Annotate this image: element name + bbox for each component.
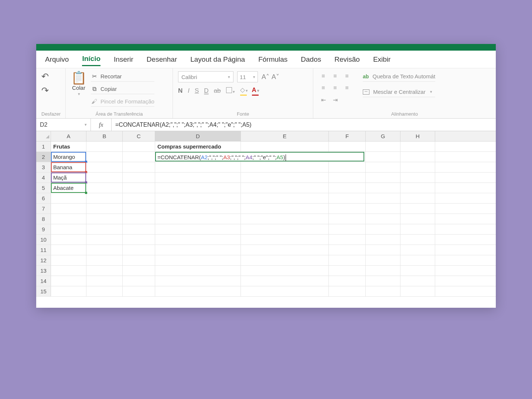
cell[interactable] bbox=[51, 286, 86, 296]
cell[interactable] bbox=[400, 224, 435, 234]
row-header[interactable]: 7 bbox=[36, 204, 51, 214]
cell[interactable] bbox=[51, 204, 86, 214]
cut-button[interactable]: ✂ Recortar bbox=[91, 71, 154, 82]
increase-indent-icon[interactable]: ⇥ bbox=[330, 95, 340, 105]
cell[interactable] bbox=[86, 152, 123, 162]
row-header[interactable]: 3 bbox=[36, 162, 51, 172]
cell[interactable] bbox=[86, 255, 123, 265]
col-header-H[interactable]: H bbox=[400, 131, 435, 141]
paste-button[interactable]: 📋 Colar ▾ bbox=[71, 71, 86, 96]
cell[interactable] bbox=[123, 224, 155, 234]
tab-formulas[interactable]: Fórmulas bbox=[258, 53, 287, 66]
cell[interactable] bbox=[123, 162, 155, 172]
cell[interactable] bbox=[241, 286, 329, 296]
cell[interactable] bbox=[51, 266, 86, 276]
row-header[interactable]: 12 bbox=[36, 255, 51, 265]
cell[interactable] bbox=[400, 235, 435, 245]
cell[interactable] bbox=[329, 141, 366, 151]
cell[interactable] bbox=[51, 245, 86, 255]
cell[interactable] bbox=[241, 204, 329, 214]
col-header-B[interactable]: B bbox=[86, 131, 123, 141]
cell[interactable] bbox=[241, 266, 329, 276]
cell[interactable] bbox=[366, 224, 400, 234]
tab-desenhar[interactable]: Desenhar bbox=[147, 53, 177, 66]
cell[interactable] bbox=[51, 214, 86, 224]
cell[interactable] bbox=[241, 245, 329, 255]
cell[interactable] bbox=[86, 276, 123, 286]
cell[interactable] bbox=[400, 266, 435, 276]
cell[interactable] bbox=[400, 173, 435, 183]
cell[interactable]: Frutas bbox=[51, 141, 86, 151]
cell[interactable] bbox=[86, 141, 123, 151]
cell[interactable] bbox=[329, 173, 366, 183]
row-header[interactable]: 14 bbox=[36, 276, 51, 286]
row-header[interactable]: 8 bbox=[36, 214, 51, 224]
redo-icon[interactable]: ↷ bbox=[41, 85, 49, 96]
cell[interactable] bbox=[51, 224, 86, 234]
cell[interactable] bbox=[400, 193, 435, 203]
cell[interactable] bbox=[123, 204, 155, 214]
cell[interactable] bbox=[86, 266, 123, 276]
row-header[interactable]: 1 bbox=[36, 141, 51, 151]
cell[interactable] bbox=[400, 183, 435, 193]
format-painter-button[interactable]: 🖌 Pincel de Formatação bbox=[91, 96, 154, 107]
row-header[interactable]: 5 bbox=[36, 183, 51, 193]
col-header-G[interactable]: G bbox=[366, 131, 400, 141]
cell[interactable] bbox=[241, 141, 329, 151]
tab-inserir[interactable]: Inserir bbox=[114, 53, 133, 66]
cell[interactable] bbox=[51, 276, 86, 286]
cell[interactable] bbox=[329, 266, 366, 276]
formula-input[interactable] bbox=[112, 119, 496, 131]
cell[interactable] bbox=[241, 162, 329, 172]
bold-button[interactable]: N bbox=[178, 87, 183, 95]
copy-button[interactable]: ⧉ Copiar bbox=[91, 84, 154, 94]
align-top-right-icon[interactable]: ≡ bbox=[342, 71, 352, 81]
align-middle-center-icon[interactable]: ≡ bbox=[330, 83, 340, 93]
fill-color-button[interactable]: ◇▾ bbox=[240, 86, 247, 96]
tab-exibir[interactable]: Exibir bbox=[373, 53, 391, 66]
cell[interactable] bbox=[86, 235, 123, 245]
cell[interactable] bbox=[366, 173, 400, 183]
cell[interactable] bbox=[155, 214, 241, 224]
cell[interactable] bbox=[123, 255, 155, 265]
cell[interactable] bbox=[241, 173, 329, 183]
col-header-A[interactable]: A bbox=[51, 131, 86, 141]
cell[interactable] bbox=[51, 255, 86, 265]
cell[interactable] bbox=[366, 162, 400, 172]
cell[interactable]: Morango bbox=[51, 152, 86, 162]
chevron-down-icon[interactable]: ▾ bbox=[78, 92, 80, 96]
cell[interactable] bbox=[329, 235, 366, 245]
chevron-down-icon[interactable]: ▾ bbox=[228, 75, 230, 79]
row-header[interactable]: 9 bbox=[36, 224, 51, 234]
row-header[interactable]: 15 bbox=[36, 286, 51, 296]
row-header[interactable]: 4 bbox=[36, 173, 51, 183]
name-box[interactable]: D2 ▾ bbox=[36, 119, 91, 131]
row-header[interactable]: 2 bbox=[36, 152, 51, 162]
font-name-select[interactable]: Calibri ▾ bbox=[178, 71, 233, 82]
cell[interactable] bbox=[155, 224, 241, 234]
cell[interactable] bbox=[329, 204, 366, 214]
cell[interactable] bbox=[329, 276, 366, 286]
cell[interactable] bbox=[400, 214, 435, 224]
cell[interactable] bbox=[366, 193, 400, 203]
font-color-button[interactable]: A▾ bbox=[252, 86, 259, 96]
cell[interactable] bbox=[86, 162, 123, 172]
cell[interactable]: Maçã bbox=[51, 173, 86, 183]
cell[interactable] bbox=[366, 286, 400, 296]
cell[interactable] bbox=[400, 162, 435, 172]
cell[interactable] bbox=[366, 245, 400, 255]
cell[interactable] bbox=[366, 266, 400, 276]
cell[interactable] bbox=[51, 193, 86, 203]
cell[interactable] bbox=[123, 235, 155, 245]
cell[interactable] bbox=[86, 286, 123, 296]
cell[interactable] bbox=[155, 235, 241, 245]
row-header[interactable]: 11 bbox=[36, 245, 51, 255]
cell[interactable] bbox=[155, 255, 241, 265]
increase-font-icon[interactable]: A˄ bbox=[262, 73, 269, 81]
cell[interactable] bbox=[400, 152, 435, 162]
borders-button[interactable]: ▾ bbox=[226, 87, 235, 95]
cell[interactable] bbox=[123, 214, 155, 224]
cell[interactable] bbox=[366, 141, 400, 151]
align-top-center-icon[interactable]: ≡ bbox=[330, 71, 340, 81]
cell[interactable] bbox=[366, 235, 400, 245]
